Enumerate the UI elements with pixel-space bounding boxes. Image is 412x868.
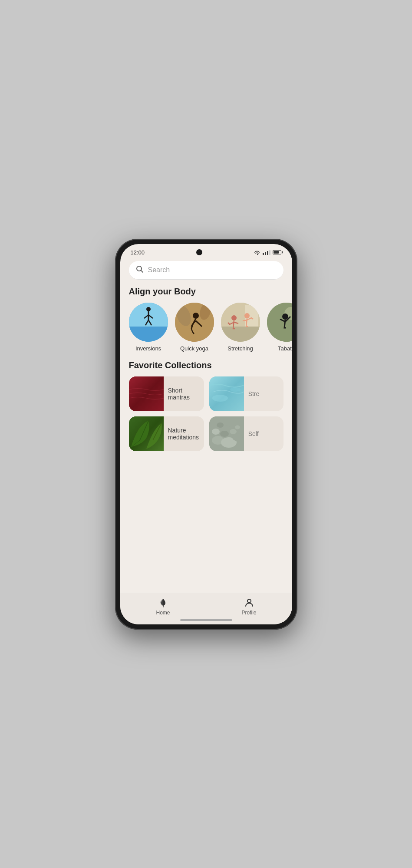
- phone-screen: 12:00: [120, 244, 292, 624]
- collections-section-title: Favorite Collections: [120, 360, 292, 376]
- battery-icon: [273, 250, 281, 254]
- align-section: Align your Body: [120, 287, 292, 360]
- collections-row-2: Nature meditations: [120, 416, 292, 456]
- home-indicator: [180, 619, 232, 621]
- main-content: Search Align your Body: [120, 257, 292, 593]
- collection-label-mantras: Short mantras: [164, 387, 204, 401]
- svg-point-28: [230, 387, 241, 392]
- category-circle-stretching: [221, 303, 260, 342]
- category-circle-inversions: [129, 303, 168, 342]
- nav-home-label: Home: [156, 610, 170, 616]
- svg-point-14: [193, 313, 199, 319]
- category-stretching[interactable]: Stretching: [221, 303, 260, 352]
- status-bar: 12:00: [120, 244, 292, 257]
- home-icon: [158, 597, 168, 608]
- category-label-stretching: Stretching: [227, 345, 253, 352]
- search-icon: [136, 265, 144, 275]
- collections-section: Favorite Collections: [120, 360, 292, 491]
- profile-icon: [244, 597, 254, 608]
- svg-point-42: [247, 599, 251, 603]
- nav-profile-label: Profile: [241, 610, 256, 616]
- category-quick-yoga[interactable]: Quick yoga: [175, 303, 214, 352]
- svg-point-5: [146, 307, 151, 311]
- category-inversions[interactable]: Inversions: [129, 303, 168, 352]
- signal-icon: [263, 250, 270, 255]
- align-section-title: Align your Body: [120, 287, 292, 303]
- svg-point-37: [212, 429, 220, 435]
- category-circle-tabata: [267, 303, 292, 342]
- svg-point-36: [230, 429, 237, 434]
- collection-img-self: [209, 416, 244, 451]
- collection-label-self: Self: [244, 430, 283, 437]
- phone-frame: 12:00: [115, 239, 297, 630]
- svg-point-38: [224, 425, 230, 429]
- svg-point-34: [232, 433, 243, 441]
- collection-img-nature: [129, 416, 164, 451]
- category-circle-quick-yoga: [175, 303, 214, 342]
- svg-rect-16: [221, 327, 260, 342]
- collection-short-mantras[interactable]: Short mantras: [129, 376, 204, 411]
- category-tabata[interactable]: Tabata: [267, 303, 292, 352]
- svg-point-19: [244, 313, 250, 318]
- search-bar[interactable]: Search: [129, 261, 283, 280]
- svg-line-1: [141, 270, 143, 272]
- svg-rect-4: [129, 327, 168, 342]
- search-placeholder[interactable]: Search: [148, 266, 277, 274]
- svg-point-39: [235, 425, 240, 429]
- camera-dot: [196, 249, 202, 255]
- wifi-icon: [254, 250, 260, 255]
- collection-img-stress: [209, 376, 244, 411]
- collection-stress[interactable]: Stre: [209, 376, 283, 411]
- svg-point-22: [282, 314, 288, 320]
- svg-point-40: [217, 422, 224, 428]
- category-label-inversions: Inversions: [135, 345, 161, 352]
- collection-img-mantras: [129, 376, 164, 411]
- categories-scroll[interactable]: Inversions: [120, 303, 292, 360]
- svg-point-35: [220, 431, 229, 437]
- collection-self[interactable]: Self: [209, 416, 283, 451]
- collection-label-stress: Stre: [244, 390, 283, 397]
- category-label-quick-yoga: Quick yoga: [180, 345, 208, 352]
- category-label-tabata: Tabata: [278, 345, 292, 352]
- collections-row-1: Short mantras: [120, 376, 292, 416]
- status-icons: [254, 250, 281, 255]
- nav-home[interactable]: Home: [120, 597, 206, 616]
- nav-profile[interactable]: Profile: [206, 597, 292, 616]
- svg-point-18: [231, 315, 237, 320]
- svg-point-27: [212, 395, 228, 402]
- collection-label-nature: Nature meditations: [164, 427, 204, 441]
- collection-nature-meditations[interactable]: Nature meditations: [129, 416, 204, 451]
- search-container: Search: [120, 261, 292, 287]
- svg-rect-26: [209, 376, 244, 411]
- status-time: 12:00: [131, 249, 145, 256]
